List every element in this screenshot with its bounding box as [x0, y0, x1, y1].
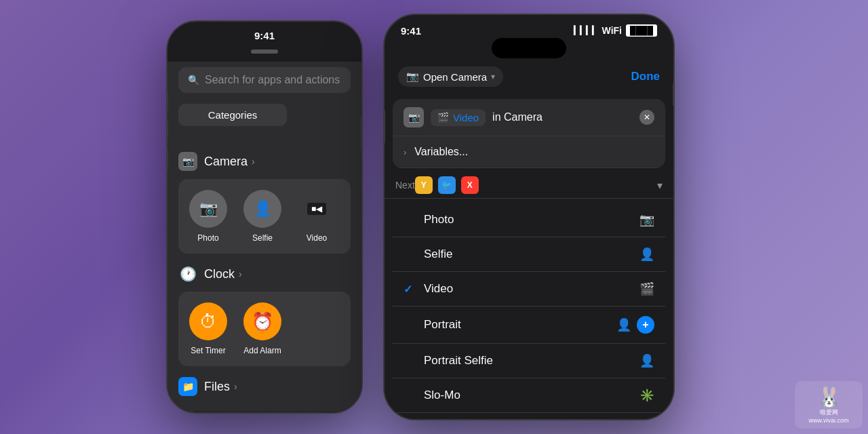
action-video-label: Video — [307, 233, 327, 243]
action-photo-label: Photo — [197, 233, 218, 243]
open-camera-button[interactable]: 📷 Open Camera ▾ — [398, 66, 503, 87]
watermark: 🐰 唯爱网 www.vivai.com — [795, 381, 863, 429]
action-selfie-label: Selfie — [252, 233, 273, 243]
next-chevron-down: ▾ — [657, 179, 663, 192]
watermark-url: www.vivai.com — [808, 417, 848, 424]
option-video-icon: 🎬 — [639, 281, 654, 296]
open-camera-icon: 📷 — [406, 71, 419, 83]
phones-container: 9:41 🔍 Search for apps and actions Categ… — [0, 0, 868, 434]
option-portrait-selfie-text: Portrait Selfie — [424, 354, 493, 368]
options-list: ✓ Photo 📷 ✓ Selfie 👤 ✓ — [393, 203, 665, 420]
vol-btn-right-1 — [673, 83, 675, 106]
files-app-name: Files › — [204, 380, 237, 394]
option-time-lapse[interactable]: ✓ Time-Lapse ⚙️ — [393, 413, 665, 420]
option-portrait[interactable]: ✓ Portrait 👤 + — [393, 307, 665, 344]
option-selfie-left: ✓ Selfie — [403, 248, 453, 261]
action-set-timer[interactable]: ⏱ Set Timer — [186, 302, 230, 355]
action-video[interactable]: ■◀ Video — [295, 190, 338, 243]
next-icon-bluebird: 🐦 — [438, 176, 456, 194]
clock-chevron: › — [239, 269, 242, 279]
option-video-check: ✓ — [403, 283, 417, 296]
camera-section-header[interactable]: 📷 Camera › — [178, 152, 351, 171]
option-video-left: ✓ Video — [403, 282, 453, 296]
option-portrait-right: 👤 + — [616, 316, 654, 334]
clock-app-name: Clock › — [204, 267, 242, 281]
phone-left: 9:41 🔍 Search for apps and actions Categ… — [166, 20, 363, 414]
variables-row[interactable]: › Variables... — [393, 136, 665, 168]
action-add-alarm[interactable]: ⏰ Add Alarm — [241, 302, 284, 355]
search-bar[interactable]: 🔍 Search for apps and actions — [178, 67, 351, 93]
option-slo-mo-left: ✓ Slo-Mo — [403, 389, 460, 402]
time-left: 9:41 — [254, 30, 275, 41]
watermark-title: 唯爱网 — [820, 408, 838, 417]
option-photo-icon: 📷 — [639, 212, 654, 227]
clock-section-header[interactable]: 🕐 Clock › — [178, 264, 351, 283]
video-badge[interactable]: 🎬 Video — [431, 109, 486, 126]
clock-section: 🕐 Clock › ⏱ Set Timer ⏰ Add Alarm — [178, 264, 351, 366]
clock-actions-scroll[interactable]: ⏱ Set Timer ⏰ Add Alarm — [178, 292, 351, 366]
categories-button[interactable]: Categories — [178, 104, 287, 126]
next-row-items: Y 🐦 X — [415, 176, 657, 194]
action-photo[interactable]: 📷 Photo — [186, 190, 230, 243]
option-video[interactable]: ✓ Video 🎬 — [393, 272, 665, 307]
camera-section: 📷 Camera › 📷 Photo 👤 Selfie — [178, 152, 351, 254]
right-header: 📷 Open Camera ▾ Done — [384, 61, 673, 94]
action-timer-label: Set Timer — [191, 346, 225, 355]
camera-actions-scroll[interactable]: 📷 Photo 👤 Selfie ■◀ Video — [178, 179, 351, 254]
status-icons: ▎▎▎▎ WiFi ████ — [574, 24, 657, 37]
open-camera-label: Open Camera — [423, 71, 487, 83]
option-selfie-icon: 👤 — [639, 247, 654, 262]
action-video-icon: ■◀ — [298, 190, 336, 228]
clear-button[interactable]: ✕ — [639, 110, 654, 125]
next-icon-x: X — [461, 176, 479, 194]
camera-app-name: Camera › — [204, 155, 255, 169]
notch-left — [251, 50, 278, 54]
variables-chevron-icon: › — [403, 147, 406, 157]
action-photo-icon: 📷 — [189, 190, 227, 228]
picker-input-row: 📷 🎬 Video in Camera ✕ — [393, 99, 665, 136]
option-slo-mo[interactable]: ✓ Slo-Mo ✳️ — [393, 378, 665, 413]
files-chevron: › — [234, 381, 237, 392]
vol-btn-2 — [166, 119, 168, 142]
action-timer-icon: ⏱ — [189, 302, 227, 340]
option-portrait-selfie[interactable]: ✓ Portrait Selfie 👤 — [393, 344, 665, 378]
portrait-add-button[interactable]: + — [637, 316, 654, 334]
option-portrait-selfie-left: ✓ Portrait Selfie — [403, 354, 493, 368]
video-badge-text: Video — [453, 112, 479, 123]
next-label: Next — [395, 180, 415, 191]
option-photo-text: Photo — [424, 213, 454, 226]
option-photo-left: ✓ Photo — [403, 213, 454, 226]
option-portrait-text: Portrait — [424, 318, 461, 332]
signal-icon: ▎▎▎▎ — [574, 26, 598, 35]
next-section: Next Y 🐦 X ▾ — [384, 172, 673, 199]
action-selfie-icon: 👤 — [243, 190, 281, 228]
rabbit-emoji: 🐰 — [817, 386, 841, 408]
picker-camera-icon: 📷 — [403, 107, 424, 127]
option-slo-mo-icon: ✳️ — [639, 388, 654, 403]
option-portrait-selfie-icon: 👤 — [639, 353, 654, 368]
search-icon: 🔍 — [188, 75, 199, 85]
power-button-left — [361, 117, 363, 151]
picker-overlay: 📷 🎬 Video in Camera ✕ › Variables... — [393, 99, 665, 168]
option-portrait-left: ✓ Portrait — [403, 318, 461, 332]
camera-app-icon: 📷 — [178, 152, 197, 171]
option-selfie[interactable]: ✓ Selfie 👤 — [393, 237, 665, 272]
option-photo[interactable]: ✓ Photo 📷 — [393, 203, 665, 237]
phone-right: 9:41 ▎▎▎▎ WiFi ████ 📷 Open Camera ▾ Done — [383, 14, 675, 420]
action-alarm-icon: ⏰ — [243, 302, 281, 340]
phone-left-body: 🔍 Search for apps and actions Categories… — [167, 62, 361, 412]
option-selfie-text: Selfie — [424, 248, 453, 261]
vol-btn-3 — [166, 148, 168, 171]
option-slo-mo-check: ✓ — [403, 389, 417, 402]
option-selfie-check: ✓ — [403, 248, 417, 261]
option-portrait-icon: 👤 — [616, 317, 631, 332]
option-photo-check: ✓ — [403, 214, 417, 226]
files-app-icon: 📁 — [178, 377, 197, 396]
action-alarm-label: Add Alarm — [243, 346, 281, 355]
open-camera-chevron: ▾ — [491, 72, 495, 81]
action-selfie[interactable]: 👤 Selfie — [241, 190, 284, 243]
done-button[interactable]: Done — [631, 70, 660, 83]
option-slo-mo-text: Slo-Mo — [424, 389, 460, 402]
files-section-header[interactable]: 📁 Files › — [178, 377, 351, 396]
wifi-icon: WiFi — [602, 25, 622, 36]
